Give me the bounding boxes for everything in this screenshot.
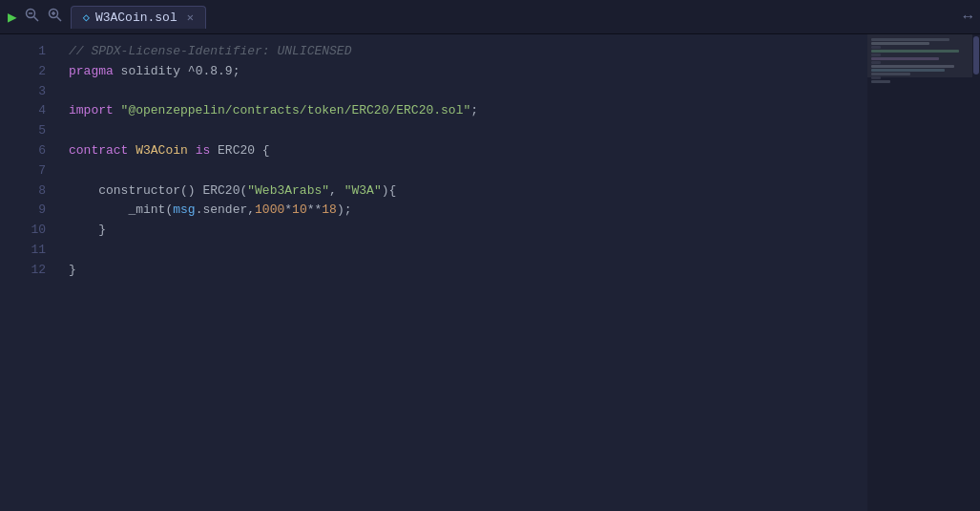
line-numbers: 123456789101112 <box>0 34 61 511</box>
line-number: 4 <box>0 101 46 121</box>
code-token: "@openzeppelin/contracts/token/ERC20/ERC… <box>121 103 471 117</box>
minimap-line <box>871 65 954 68</box>
code-line: import "@openzeppelin/contracts/token/ER… <box>69 101 867 121</box>
code-token: constructor <box>69 183 180 198</box>
minimap-line <box>871 73 910 75</box>
code-line: _mint(msg.sender,1000*10**18); <box>69 201 867 221</box>
svg-line-4 <box>56 16 61 21</box>
line-number: 3 <box>0 82 46 102</box>
code-token: is <box>196 143 218 158</box>
code-token: ); <box>337 202 352 217</box>
code-token: contract <box>69 143 136 158</box>
line-number: 11 <box>0 241 46 261</box>
line-number: 5 <box>0 121 46 141</box>
code-token: _mint <box>69 202 165 217</box>
minimap-line <box>871 61 881 64</box>
title-bar-left: ▶ ◇ W3ACoin.sol ✕ <box>8 6 955 29</box>
code-token: * <box>284 202 292 217</box>
code-token: ^0.8.9; <box>180 64 240 78</box>
code-line: } <box>69 221 867 241</box>
code-line: contract W3ACoin is ERC20 { <box>69 141 867 161</box>
zoom-out-icon[interactable] <box>25 8 40 27</box>
code-line <box>69 161 867 181</box>
line-number: 1 <box>0 42 46 62</box>
code-token: ERC20 <box>202 183 240 198</box>
minimap-line <box>871 53 881 56</box>
svg-line-1 <box>33 16 38 21</box>
code-area[interactable]: // SPDX-License-Identifier: UNLICENSEDpr… <box>61 34 867 511</box>
code-token: pragma <box>69 64 121 78</box>
file-icon: ◇ <box>83 11 90 25</box>
code-line <box>69 82 867 102</box>
minimap-content <box>867 34 972 88</box>
app-window: ▶ ◇ W3ACoin.sol ✕ <box>0 0 980 511</box>
minimap-line <box>871 38 949 41</box>
minimap-line <box>871 42 929 45</box>
code-token: W3ACoin <box>136 143 195 158</box>
line-number: 12 <box>0 261 46 281</box>
code-token: // SPDX-License-Identifier: UNLICENSED <box>69 44 351 58</box>
code-token: 18 <box>322 202 337 217</box>
minimap-line <box>871 46 881 49</box>
scrollbar-thumb[interactable] <box>973 36 979 75</box>
minimap <box>867 34 972 511</box>
line-number: 9 <box>0 201 46 221</box>
minimap-line <box>871 80 890 83</box>
minimap-line <box>871 69 945 72</box>
code-token: ** <box>307 202 323 217</box>
code-token: } <box>69 263 76 277</box>
code-token: () <box>180 183 202 198</box>
line-number: 8 <box>0 181 46 202</box>
resize-control[interactable]: ↔ <box>963 9 972 26</box>
code-token: msg <box>173 202 195 217</box>
code-line: constructor() ERC20("Web3Arabs", "W3A"){ <box>69 181 867 202</box>
code-line: // SPDX-License-Identifier: UNLICENSED <box>69 42 867 62</box>
code-token: 1000 <box>255 202 284 217</box>
code-line: pragma solidity ^0.8.9; <box>69 62 867 82</box>
code-token: "Web3Arabs" <box>247 183 329 198</box>
line-number: 2 <box>0 62 46 82</box>
tab-close-button[interactable]: ✕ <box>187 11 194 25</box>
run-button[interactable]: ▶ <box>8 8 17 27</box>
code-token: ){ <box>382 183 397 198</box>
code-token: ; <box>470 103 478 117</box>
code-line: } <box>69 261 867 281</box>
code-token: "W3A" <box>344 183 382 198</box>
line-number: 10 <box>0 221 46 241</box>
code-token: , <box>329 183 344 198</box>
minimap-line <box>871 76 881 79</box>
code-token: solidity <box>121 64 180 78</box>
line-number: 6 <box>0 141 46 161</box>
code-token: ERC20 { <box>218 143 270 158</box>
editor-container: 123456789101112 // SPDX-License-Identifi… <box>0 34 980 511</box>
code-token: import <box>69 103 121 117</box>
tab-label: W3ACoin.sol <box>95 11 177 25</box>
minimap-line <box>871 50 959 53</box>
scrollbar-vertical[interactable] <box>972 34 980 511</box>
code-token: .sender, <box>196 202 255 217</box>
code-token: 10 <box>292 202 307 217</box>
minimap-line <box>871 57 939 60</box>
zoom-in-icon[interactable] <box>48 8 63 27</box>
title-bar: ▶ ◇ W3ACoin.sol ✕ <box>0 0 980 34</box>
code-line <box>69 241 867 261</box>
code-line <box>69 121 867 141</box>
code-token: } <box>69 223 106 237</box>
line-number: 7 <box>0 161 46 181</box>
file-tab[interactable]: ◇ W3ACoin.sol ✕ <box>71 6 206 29</box>
